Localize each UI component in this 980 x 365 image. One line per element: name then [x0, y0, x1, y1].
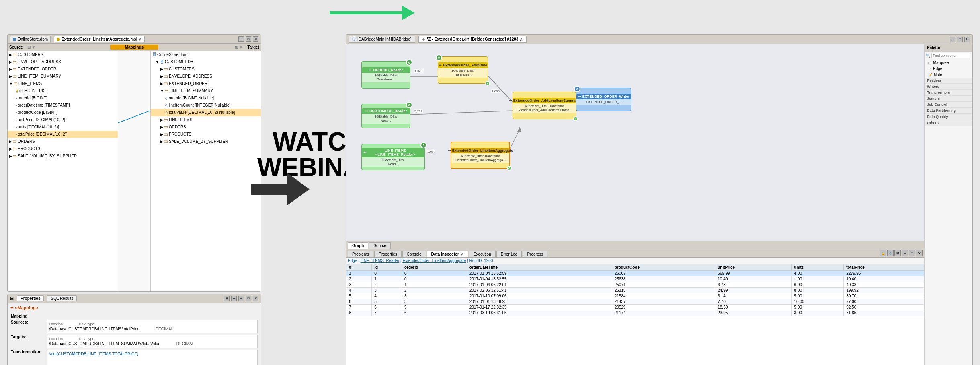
graph-canvas[interactable]: 1,320 5,202 1,003 1,003 1,393 1.6pt ⇒ OR… [346, 44, 924, 241]
breadcrumb-edge[interactable]: Edge [348, 258, 357, 263]
mappings-header[interactable]: Mappings [110, 45, 158, 50]
minimize-button[interactable]: ─ [238, 36, 244, 42]
node-addlineitemsummary-header: ⇒ ExtendedOrder_AddLineItemSummary [513, 98, 576, 103]
source-line-item-summary[interactable]: ▶ 🗃 LINE_ITEM_SUMMARY [8, 73, 118, 80]
props-icon2[interactable]: ↔ [231, 296, 237, 301]
breadcrumb-lineitem-aggregate[interactable]: ExtendedOrder_LineItemAggregate [402, 258, 466, 263]
right-close[interactable]: ✕ [964, 37, 970, 42]
bottom-minimize[interactable]: ─ [902, 250, 908, 256]
node-lineitems-count: 0 [420, 142, 427, 148]
props-icon1[interactable]: ⊞ [224, 296, 230, 301]
edge-label-1: 1,320 [414, 69, 423, 73]
source-col-productcode[interactable]: ▪ productCode [BIGINT] [8, 109, 118, 116]
table-row[interactable]: 8762017-03-19 06:31:052117423.953.0071.8… [346, 310, 924, 316]
source-col-units[interactable]: ▪ units [DECIMAL(10, 2)] [8, 124, 118, 131]
msl-icon [57, 38, 60, 41]
props-minimize[interactable]: ─ [238, 296, 244, 301]
table-row[interactable]: 6532017-01-01 13:48:23214377.7010.0077.0… [346, 299, 924, 305]
right-minimize[interactable]: ─ [950, 37, 955, 42]
tab-ida-bridge-main[interactable]: ⬡ IDABridgeMain.jnf [IDABridge] [349, 36, 415, 43]
target-orders[interactable]: ▶ 🗃 ORDERS [151, 124, 261, 131]
tab-console[interactable]: Console [402, 251, 426, 257]
target-line-items[interactable]: ▶ 🗃 LINE_ITEMS [151, 116, 261, 124]
props-close[interactable]: ✕ [253, 296, 258, 301]
source-col-orderid[interactable]: ▪ orderId [BIGINT] [8, 95, 118, 102]
target-customers[interactable]: ▶ 🗃 CUSTOMERS [151, 66, 261, 73]
source-orders[interactable]: ▶ 🗃 ORDERS [8, 138, 118, 145]
data-inspector-table-container[interactable]: # id orderId orderDateTime productCode u… [346, 264, 924, 365]
source-col-orderdatetime[interactable]: ▪ orderDatetime [TIMESTAMP] [8, 102, 118, 109]
tab-execution[interactable]: Execution [469, 251, 496, 257]
palette-edge[interactable]: → Edge [925, 66, 972, 72]
table-row[interactable]: 2102017-01-04 13:52:552563810.401.0010.4… [346, 276, 924, 282]
source-customers[interactable]: ▶ 🗃 CUSTOMERS [8, 51, 118, 58]
target-products[interactable]: ▶ 🗃 PRODUCTS [151, 131, 261, 138]
node-customers-reader[interactable]: ⇒ CUSTOMERS_Reader $G$/table_DBs/Read...… [361, 104, 410, 128]
right-maximize[interactable]: □ [957, 37, 963, 42]
node-addlineitemsummary[interactable]: ⇒ ExtendedOrder_AddLineItemSummary $G$/t… [513, 92, 576, 119]
node-extended-order-addstate[interactable]: ⇒ ExtendedOrder_AddState $G$/table_DBs/T… [438, 56, 488, 84]
sources-data: /Database/CUSTOMERDB/LINE_ITEMS/totalPri… [49, 327, 256, 331]
tab-extended-order-graph[interactable]: ◈ *Z - ExtendedOrder.grf [BridgeGenerate… [418, 36, 527, 43]
bottom-icon2[interactable]: 📎 [887, 250, 894, 256]
tab-sql-results[interactable]: SQL Results [47, 295, 77, 301]
table-row[interactable]: 7652017-01-17 22:32:352052918.505.0092.5… [346, 305, 924, 310]
node-addlineitemsummary-body: $G$/table_DBs/ Transform/ExtendedOrder_A… [513, 103, 576, 113]
props-maximize[interactable]: □ [246, 296, 251, 301]
table-row[interactable]: 3212017-01-04 06:22:01250716.736.0040.38 [346, 282, 924, 288]
tab-graph[interactable]: Graph [348, 242, 368, 249]
tab-mapping-msl[interactable]: ExtendedOrder_LineItemAggregate.msl ☆ [54, 36, 145, 42]
target-customerdb[interactable]: ▼ 🗄 CUSTOMERDB [151, 58, 261, 66]
bottom-icon3[interactable]: ⊞ [894, 250, 901, 256]
mapping-row: Mapping [10, 313, 258, 319]
target-sale-volume[interactable]: ▶ 🗃 SALE_VOLUME_BY_SUPPLIER [151, 138, 261, 145]
target-tree[interactable]: 🗄 OnlineStore.dbm ▼ 🗄 CUSTOMERDB ▶ 🗃 CUS… [150, 51, 261, 291]
palette-search-input[interactable] [931, 53, 970, 58]
source-col-totalprice[interactable]: ▪ totalPrice [DECIMAL(10, 2)] [8, 131, 118, 138]
target-envelope-address[interactable]: ▶ 🗃 ENVELOPE_ADDRESS [151, 73, 261, 80]
target-col-orderid[interactable]: ◇ orderId [BIGINT Nullable] [151, 95, 261, 102]
target-col-lineitemcount[interactable]: ◇ lineItemCount [INTEGER Nullable] [151, 102, 261, 109]
source-sale-volume[interactable]: ▶ 🗃 SALE_VOLUME_BY_SUPPLIER [8, 153, 118, 160]
tab-properties[interactable]: Properties [17, 295, 44, 301]
node-orders-reader[interactable]: ⇒ ORDERS_Reader $G$/table_DBs/Transform.… [361, 61, 410, 89]
note-icon: 📝 [928, 73, 932, 77]
tab-onlinestore-dbm[interactable]: OnlineStore.dbm [10, 36, 51, 42]
bottom-icon1[interactable]: 🔒 [880, 250, 886, 256]
edge-label-2: 5,202 [414, 109, 423, 113]
breadcrumb-line-items-reader[interactable]: LINE_ITEMS_Reader [361, 258, 400, 263]
node-lineitem-aggregate[interactable]: ⇒ ExtendedOrder_LineItemAggregate $G$/ta… [451, 142, 510, 169]
transformation-box[interactable]: sum(CUSTOMERDB.LINE_ITEMS.TOTALPRICE) [47, 350, 258, 365]
tab-msl-label: ExtendedOrder_LineItemAggregate.msl ☆ [62, 37, 142, 41]
target-line-item-summary[interactable]: ▼ 🗃 LINE_ITEM_SUMMARY [151, 87, 261, 95]
palette-search-area[interactable]: 🔍 [925, 52, 972, 60]
palette-section-transformers: Transformers [925, 90, 972, 96]
node-line-items-reader[interactable]: ⇒ LINE_ITEMS <LINE_ITEMS_Reader> $G$/tab… [361, 144, 425, 170]
tab-problems[interactable]: Problems [348, 251, 373, 257]
table-row[interactable]: 1002017-01-04 13:52:5925067569.994.00227… [346, 271, 924, 276]
source-products[interactable]: ▶ 🗃 PRODUCTS [8, 145, 118, 153]
palette-marquee[interactable]: ⬚ Marquee [925, 60, 972, 66]
node-extended-order-writer[interactable]: ⇒ EXTENDED_ORDER_Writer EXTENDED_ORDER_.… [576, 88, 631, 111]
palette-note[interactable]: 📝 Note [925, 72, 972, 78]
bottom-close[interactable]: ✕ [916, 250, 923, 256]
maximize-button[interactable]: □ [246, 36, 251, 42]
table-row[interactable]: 4322017-02-06 12:51:412531524.998.00199.… [346, 288, 924, 293]
tab-error-log[interactable]: Error Log [496, 251, 522, 257]
tab-data-inspector[interactable]: Data Inspector ☆ [427, 251, 468, 257]
tab-source[interactable]: Source [369, 242, 391, 249]
target-extended-order[interactable]: ▶ 🗃 EXTENDED_ORDER [151, 80, 261, 87]
tab-progress[interactable]: Progress [523, 251, 547, 257]
source-col-id[interactable]: ⚷ id [BIGINT PK] [8, 87, 118, 95]
target-col-totalvalue[interactable]: ◇ totalValue [DECIMAL(10, 2) Nullable] [151, 109, 261, 116]
source-envelope-address[interactable]: ▶ 🗃 ENVELOPE_ADDRESS [8, 58, 118, 66]
source-line-items[interactable]: ▼ 🗃 LINE_ITEMS [8, 80, 118, 87]
table-row[interactable]: 5432017-01-10 07:09:06215846.145.0030.70 [346, 293, 924, 299]
close-button[interactable]: ✕ [253, 36, 258, 42]
tab-properties-sub[interactable]: Properties [374, 251, 402, 257]
source-tree[interactable]: ▶ 🗃 CUSTOMERS ▶ 🗃 ENVELOPE_ADDRESS ▶ 🗃 E… [8, 51, 118, 291]
left-panel-controls: ─ □ ✕ [238, 36, 258, 42]
source-col-unitprice[interactable]: ▪ unitPrice [DECIMAL(10, 2)] [8, 116, 118, 124]
source-extended-order[interactable]: ▶ 🗃 EXTENDED_ORDER [8, 66, 118, 73]
bottom-maximize[interactable]: □ [909, 250, 915, 256]
